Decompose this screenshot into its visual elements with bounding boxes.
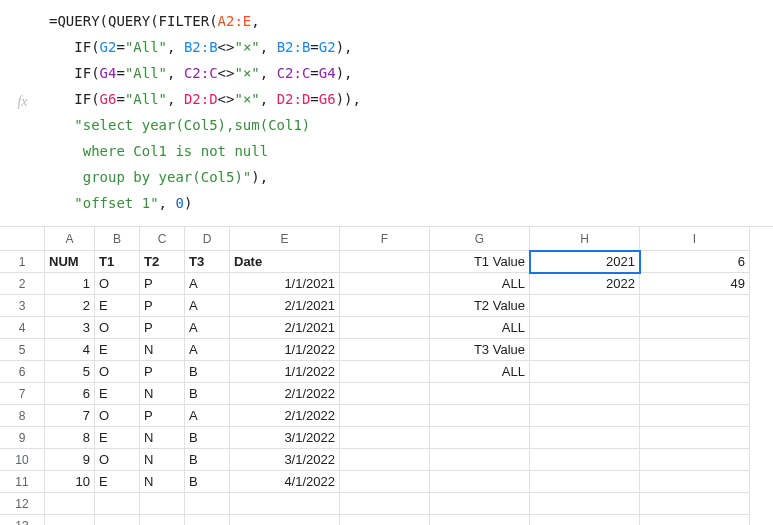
cell-H12[interactable] bbox=[530, 493, 640, 515]
cell-A5[interactable]: 4 bbox=[45, 339, 95, 361]
cell-H13[interactable] bbox=[530, 515, 640, 525]
cell-G6[interactable]: ALL bbox=[430, 361, 530, 383]
cell-H4[interactable] bbox=[530, 317, 640, 339]
cell-B2[interactable]: O bbox=[95, 273, 140, 295]
cell-E6[interactable]: 1/1/2022 bbox=[230, 361, 340, 383]
cell-G7[interactable] bbox=[430, 383, 530, 405]
cell-I9[interactable] bbox=[640, 427, 750, 449]
cell-B4[interactable]: O bbox=[95, 317, 140, 339]
cell-D10[interactable]: B bbox=[185, 449, 230, 471]
row-header-4[interactable]: 4 bbox=[0, 317, 45, 339]
cell-G2[interactable]: ALL bbox=[430, 273, 530, 295]
cell-B5[interactable]: E bbox=[95, 339, 140, 361]
cell-F4[interactable] bbox=[340, 317, 430, 339]
cell-F1[interactable] bbox=[340, 251, 430, 273]
cell-I11[interactable] bbox=[640, 471, 750, 493]
col-header-B[interactable]: B bbox=[95, 227, 140, 251]
col-header-A[interactable]: A bbox=[45, 227, 95, 251]
cell-H2[interactable]: 2022 bbox=[530, 273, 640, 295]
col-header-G[interactable]: G bbox=[430, 227, 530, 251]
cell-B13[interactable] bbox=[95, 515, 140, 525]
cell-I8[interactable] bbox=[640, 405, 750, 427]
formula-text[interactable]: =QUERY(QUERY(FILTER(A2:E, IF(G2="All", B… bbox=[45, 6, 361, 220]
cell-D7[interactable]: B bbox=[185, 383, 230, 405]
cell-E13[interactable] bbox=[230, 515, 340, 525]
cell-A1[interactable]: NUM bbox=[45, 251, 95, 273]
row-header-8[interactable]: 8 bbox=[0, 405, 45, 427]
cell-F11[interactable] bbox=[340, 471, 430, 493]
cell-D13[interactable] bbox=[185, 515, 230, 525]
cell-H9[interactable] bbox=[530, 427, 640, 449]
col-header-C[interactable]: C bbox=[140, 227, 185, 251]
cell-E2[interactable]: 1/1/2021 bbox=[230, 273, 340, 295]
cell-I2[interactable]: 49 bbox=[640, 273, 750, 295]
cell-C9[interactable]: N bbox=[140, 427, 185, 449]
cell-C5[interactable]: N bbox=[140, 339, 185, 361]
cell-C1[interactable]: T2 bbox=[140, 251, 185, 273]
cell-D4[interactable]: A bbox=[185, 317, 230, 339]
cell-H5[interactable] bbox=[530, 339, 640, 361]
cell-A3[interactable]: 2 bbox=[45, 295, 95, 317]
cell-E8[interactable]: 2/1/2022 bbox=[230, 405, 340, 427]
cell-H3[interactable] bbox=[530, 295, 640, 317]
cell-I13[interactable] bbox=[640, 515, 750, 525]
row-header-10[interactable]: 10 bbox=[0, 449, 45, 471]
cell-H1[interactable]: 2021 bbox=[530, 251, 640, 273]
cell-H10[interactable] bbox=[530, 449, 640, 471]
cell-G12[interactable] bbox=[430, 493, 530, 515]
cell-E10[interactable]: 3/1/2022 bbox=[230, 449, 340, 471]
cell-E9[interactable]: 3/1/2022 bbox=[230, 427, 340, 449]
cell-C3[interactable]: P bbox=[140, 295, 185, 317]
cell-B8[interactable]: O bbox=[95, 405, 140, 427]
cell-D6[interactable]: B bbox=[185, 361, 230, 383]
cell-D8[interactable]: A bbox=[185, 405, 230, 427]
cell-I1[interactable]: 6 bbox=[640, 251, 750, 273]
cell-B1[interactable]: T1 bbox=[95, 251, 140, 273]
cell-G13[interactable] bbox=[430, 515, 530, 525]
cell-F3[interactable] bbox=[340, 295, 430, 317]
cell-G10[interactable] bbox=[430, 449, 530, 471]
cell-I5[interactable] bbox=[640, 339, 750, 361]
cell-B11[interactable]: E bbox=[95, 471, 140, 493]
cell-G9[interactable] bbox=[430, 427, 530, 449]
row-header-1[interactable]: 1 bbox=[0, 251, 45, 273]
cell-B7[interactable]: E bbox=[95, 383, 140, 405]
cell-A11[interactable]: 10 bbox=[45, 471, 95, 493]
cell-A12[interactable] bbox=[45, 493, 95, 515]
cell-G1[interactable]: T1 Value bbox=[430, 251, 530, 273]
cell-E1[interactable]: Date bbox=[230, 251, 340, 273]
cell-A10[interactable]: 9 bbox=[45, 449, 95, 471]
cell-D11[interactable]: B bbox=[185, 471, 230, 493]
cell-E12[interactable] bbox=[230, 493, 340, 515]
col-header-D[interactable]: D bbox=[185, 227, 230, 251]
cell-A7[interactable]: 6 bbox=[45, 383, 95, 405]
cell-G5[interactable]: T3 Value bbox=[430, 339, 530, 361]
col-header-I[interactable]: I bbox=[640, 227, 750, 251]
cell-A6[interactable]: 5 bbox=[45, 361, 95, 383]
cell-B10[interactable]: O bbox=[95, 449, 140, 471]
cell-I3[interactable] bbox=[640, 295, 750, 317]
cell-F6[interactable] bbox=[340, 361, 430, 383]
cell-F13[interactable] bbox=[340, 515, 430, 525]
cell-F12[interactable] bbox=[340, 493, 430, 515]
cell-D5[interactable]: A bbox=[185, 339, 230, 361]
cell-C2[interactable]: P bbox=[140, 273, 185, 295]
cell-H8[interactable] bbox=[530, 405, 640, 427]
cell-I7[interactable] bbox=[640, 383, 750, 405]
cell-D12[interactable] bbox=[185, 493, 230, 515]
cell-B3[interactable]: E bbox=[95, 295, 140, 317]
cell-C6[interactable]: P bbox=[140, 361, 185, 383]
cell-C11[interactable]: N bbox=[140, 471, 185, 493]
row-header-6[interactable]: 6 bbox=[0, 361, 45, 383]
cell-I12[interactable] bbox=[640, 493, 750, 515]
cell-G4[interactable]: ALL bbox=[430, 317, 530, 339]
select-all-corner[interactable] bbox=[0, 227, 45, 251]
cell-E4[interactable]: 2/1/2021 bbox=[230, 317, 340, 339]
cell-G8[interactable] bbox=[430, 405, 530, 427]
cell-D3[interactable]: A bbox=[185, 295, 230, 317]
row-header-5[interactable]: 5 bbox=[0, 339, 45, 361]
cell-B9[interactable]: E bbox=[95, 427, 140, 449]
cell-G11[interactable] bbox=[430, 471, 530, 493]
cell-F7[interactable] bbox=[340, 383, 430, 405]
cell-C4[interactable]: P bbox=[140, 317, 185, 339]
